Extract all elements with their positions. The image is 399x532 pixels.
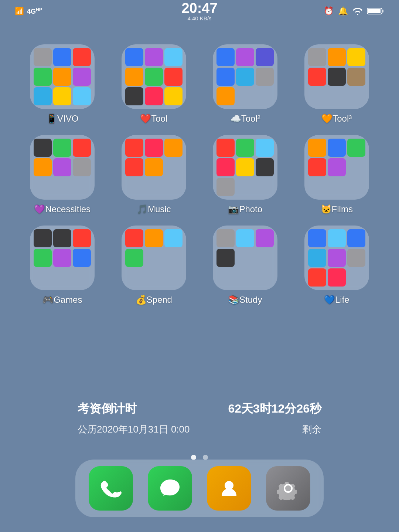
- folder-vivo-label: 📱VIVO: [46, 113, 78, 124]
- folder-vivo-icon: [30, 44, 95, 109]
- folder-tool3-icon: [304, 44, 369, 109]
- folder-spend-label: 💰Spend: [136, 295, 172, 305]
- folder-games-icon: [30, 226, 95, 290]
- dock-settings[interactable]: [266, 466, 310, 511]
- countdown-title: 考资倒计时: [78, 401, 137, 417]
- folder-tool2-label: ☁️Tool²: [230, 113, 260, 124]
- page-dot-1[interactable]: [191, 455, 196, 460]
- folder-games[interactable]: 🎮Games: [22, 226, 103, 305]
- folder-tool1-icon: [122, 44, 186, 109]
- battery-icon: [367, 7, 384, 15]
- folder-necessities-icon: [30, 135, 95, 200]
- folder-films-icon: [304, 135, 369, 200]
- app-grid: 📱VIVO ❤️Tool ☁️Tool²: [0, 30, 399, 320]
- dock-phone[interactable]: [89, 466, 133, 511]
- folder-spend[interactable]: 💰Spend: [114, 226, 194, 305]
- folder-necessities[interactable]: 💜Necessities: [22, 135, 103, 214]
- page-dot-2[interactable]: [203, 455, 208, 460]
- status-time: 20:47: [181, 1, 217, 15]
- folder-study-icon: [213, 226, 277, 290]
- countdown-widget: 考资倒计时 62天3时12分26秒 公历2020年10月31日 0:00 剩余: [70, 401, 329, 436]
- folder-music-icon: [122, 135, 186, 200]
- folder-life-label: 💙Life: [324, 295, 349, 305]
- network-type: 4GHP: [27, 7, 42, 16]
- folder-life[interactable]: 💙Life: [297, 226, 377, 305]
- folder-photo-label: 📷Photo: [228, 204, 262, 214]
- countdown-date: 公历2020年10月31日 0:00: [78, 423, 190, 436]
- folder-tool1-label: ❤️Tool: [140, 113, 167, 124]
- folder-films-label: 🐱Films: [321, 204, 353, 214]
- folder-study[interactable]: 📚Study: [205, 226, 286, 305]
- folder-spend-icon: [122, 226, 186, 290]
- status-right-icons: ⏰ 🔔: [324, 6, 384, 16]
- folder-films[interactable]: 🐱Films: [297, 135, 377, 214]
- folder-vivo[interactable]: 📱VIVO: [22, 44, 103, 124]
- folder-tool1[interactable]: ❤️Tool: [114, 44, 194, 124]
- countdown-remaining: 剩余: [302, 423, 321, 436]
- folder-tool2-icon: [213, 44, 277, 109]
- countdown-value: 62天3时12分26秒: [228, 401, 321, 417]
- folder-games-label: 🎮Games: [42, 295, 82, 305]
- folder-life-icon: [304, 226, 369, 290]
- alarm-icon: ⏰: [324, 6, 334, 16]
- folder-photo[interactable]: 📷Photo: [205, 135, 286, 214]
- folder-photo-icon: [213, 135, 277, 200]
- folder-music[interactable]: 🎵Music: [114, 135, 194, 214]
- folder-tool3[interactable]: 🧡Tool³: [297, 44, 377, 124]
- dock: [75, 460, 324, 517]
- wifi-icon: [352, 7, 363, 15]
- folder-music-label: 🎵Music: [137, 204, 171, 214]
- bell-icon: 🔔: [338, 6, 348, 16]
- folder-study-label: 📚Study: [228, 295, 262, 305]
- folder-tool3-label: 🧡Tool³: [321, 113, 352, 124]
- svg-rect-1: [382, 10, 383, 13]
- dock-contacts[interactable]: [207, 466, 251, 511]
- folder-necessities-label: 💜Necessities: [34, 204, 91, 214]
- svg-rect-2: [368, 9, 381, 13]
- data-speed: 4.40 KB/s: [187, 15, 211, 21]
- page-dots: [191, 455, 208, 460]
- signal-area: 📶 4GHP: [15, 7, 42, 16]
- status-bar: 📶 4GHP 20:47 4.40 KB/s ⏰ 🔔: [0, 0, 399, 22]
- folder-tool2[interactable]: ☁️Tool²: [205, 44, 286, 124]
- signal-icon: 📶: [15, 7, 24, 16]
- dock-messages[interactable]: [148, 466, 192, 511]
